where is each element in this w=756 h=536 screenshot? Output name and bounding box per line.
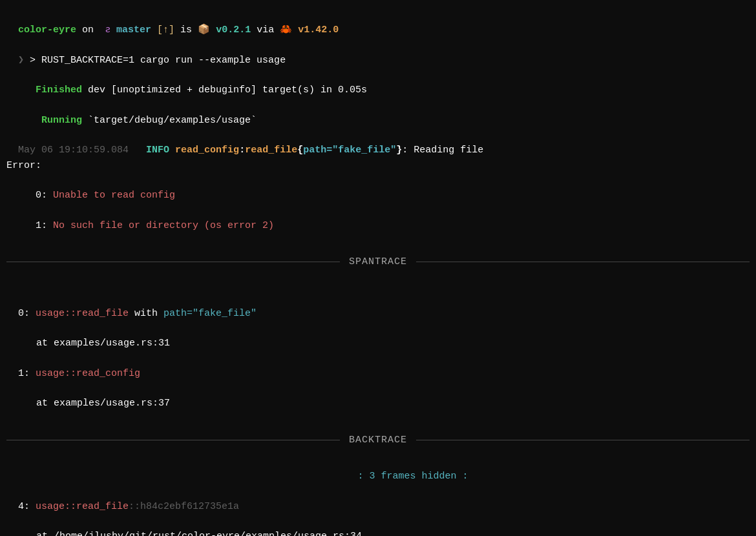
blank-1	[6, 233, 750, 248]
branch-icon: ꙅ	[100, 25, 116, 36]
finished-line: Finished dev [unoptimized + debuginfo] t…	[6, 68, 750, 98]
divider-line-bt-right	[416, 440, 750, 440]
span-1-fn-line: 1: usage::read_config	[6, 351, 750, 382]
command-line: ❯ > RUST_BACKTRACE=1 cargo run --example…	[6, 38, 750, 68]
span-0-fn-line: 0: usage::read_file with path="fake_file…	[6, 291, 750, 322]
frame-4-at-line: at /home/jlusby/git/rust/color-eyre/exam…	[6, 514, 750, 536]
blank-2	[6, 276, 750, 291]
rust-version: v1.42.0	[298, 25, 339, 36]
divider-line-bt-left	[6, 440, 340, 440]
frame-4-fn-line: 4: usage::read_file::h84c2ebf612735e1a	[6, 484, 750, 515]
project-name: color-eyre	[18, 25, 76, 36]
spantrace-label: SPANTRACE	[349, 254, 407, 269]
log-line: May 06 19:10:59.084 INFO read_config:rea…	[6, 128, 750, 158]
error-header: Error:	[6, 158, 750, 173]
divider-line-left	[6, 262, 340, 262]
span-0-at-line: at examples/usage.rs:31	[6, 321, 750, 351]
branch-name: master	[116, 25, 151, 36]
error-1: 1: No such file or directory (os error 2…	[6, 203, 750, 233]
divider-line-right	[416, 262, 750, 262]
version: v0.2.1	[216, 25, 251, 36]
blank-3	[6, 411, 750, 426]
span-1-at-line: at examples/usage.rs:37	[6, 381, 750, 411]
hidden-frames-top: : 3 frames hidden :	[6, 454, 750, 484]
command-text: > RUST_BACKTRACE=1 cargo run --example u…	[30, 55, 286, 66]
error-0: 0: Unable to read config	[6, 173, 750, 203]
prompt-line: color-eyre on ꙅ master [↑] is 📦 v0.2.1 v…	[6, 8, 750, 38]
backtrace-label: BACKTRACE	[349, 433, 407, 448]
running-line: Running `target/debug/examples/usage`	[6, 98, 750, 129]
backtrace-divider: BACKTRACE	[6, 433, 750, 448]
spantrace-divider: SPANTRACE	[6, 254, 750, 269]
